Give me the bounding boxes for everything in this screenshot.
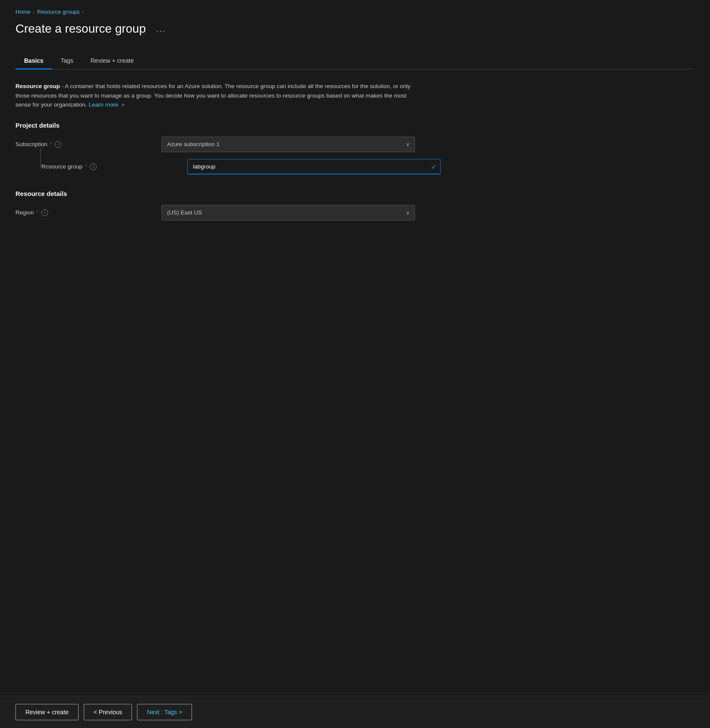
tab-basics[interactable]: Basics: [15, 53, 52, 70]
subscription-select[interactable]: Azure subscription 1: [162, 137, 415, 152]
resource-group-input[interactable]: [187, 159, 441, 174]
subscription-input-col: Azure subscription 1 ∨: [162, 137, 415, 152]
region-label: Region: [15, 209, 34, 216]
review-create-button[interactable]: Review + create: [15, 704, 79, 720]
region-select[interactable]: (US) East US (US) West US (US) Central U…: [162, 205, 415, 220]
region-row: Region * i (US) East US (US) West US (US…: [15, 205, 695, 220]
region-select-wrapper: (US) East US (US) West US (US) Central U…: [162, 205, 415, 220]
external-link-icon: ↗: [121, 102, 125, 107]
subscription-info-icon[interactable]: i: [55, 141, 61, 148]
breadcrumb-separator-1: ›: [33, 9, 35, 15]
resource-details-heading: Resource details: [15, 190, 695, 197]
resource-details-section: Resource details Region * i (US) East US…: [15, 190, 695, 220]
connector-vertical: [40, 148, 41, 167]
more-options-button[interactable]: ...: [153, 22, 170, 36]
description-body: - A container that holds related resourc…: [15, 83, 411, 108]
region-input-col: (US) East US (US) West US (US) Central U…: [162, 205, 415, 220]
resource-group-required: *: [85, 163, 87, 170]
resource-group-input-col: ✓: [187, 159, 441, 174]
region-info-icon[interactable]: i: [41, 209, 48, 216]
breadcrumb-resource-groups[interactable]: Resource groups: [37, 9, 79, 15]
previous-button[interactable]: < Previous: [84, 704, 132, 720]
resource-group-row-wrapper: Resource group * i ✓: [15, 159, 695, 174]
project-details-heading: Project details: [15, 122, 695, 129]
description-term: Resource group: [15, 83, 60, 89]
subscription-label-col: Subscription * i: [15, 141, 162, 148]
subscription-label: Subscription: [15, 141, 47, 147]
breadcrumb-separator-2: ›: [82, 9, 84, 15]
breadcrumb-home[interactable]: Home: [15, 9, 30, 15]
connector-horizontal: [40, 167, 50, 167]
breadcrumb: Home › Resource groups ›: [15, 9, 695, 15]
tab-review-create[interactable]: Review + create: [82, 53, 143, 70]
resource-group-input-wrapper: ✓: [187, 159, 441, 174]
subscription-select-wrapper: Azure subscription 1 ∨: [162, 137, 415, 152]
tab-tags[interactable]: Tags: [52, 53, 82, 70]
subscription-row: Subscription * i Azure subscription 1 ∨: [15, 137, 695, 152]
region-label-col: Region * i: [15, 209, 162, 216]
page-title: Create a resource group: [15, 22, 146, 36]
resource-group-label-col: Resource group * i: [41, 163, 187, 170]
region-required: *: [37, 209, 39, 216]
resource-group-info-icon[interactable]: i: [90, 163, 97, 170]
subscription-required: *: [50, 141, 52, 147]
page-title-row: Create a resource group ...: [15, 22, 695, 36]
learn-more-link[interactable]: Learn more ↗: [88, 101, 125, 108]
next-tags-button[interactable]: Next : Tags >: [137, 704, 192, 720]
resource-group-description: Resource group - A container that holds …: [15, 82, 415, 110]
resource-group-row: Resource group * i ✓: [15, 159, 695, 174]
tab-bar: Basics Tags Review + create: [15, 53, 695, 70]
action-bar: Review + create < Previous Next : Tags >: [0, 696, 710, 728]
project-details-section: Project details Subscription * i Azure s…: [15, 122, 695, 174]
